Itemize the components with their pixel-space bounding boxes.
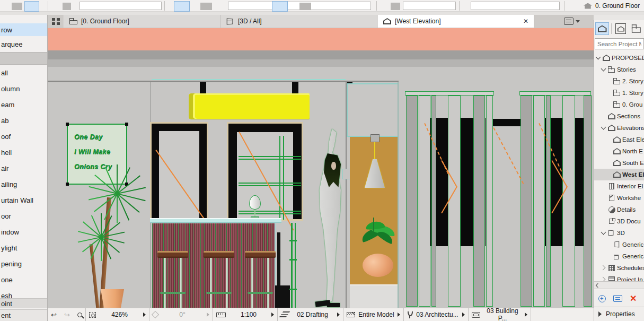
settings-icon[interactable] — [613, 295, 622, 302]
tab-3d-all[interactable]: [3D / All] — [220, 15, 377, 28]
cursor-tool-icon[interactable] — [12, 3, 22, 10]
zoom-in-icon[interactable] — [77, 313, 82, 317]
toolbar-icon[interactable] — [63, 3, 71, 10]
toolbox-item[interactable]: air — [0, 160, 47, 176]
scale-control[interactable]: 1:100 — [213, 308, 278, 321]
navigator-tree-item[interactable]: 3D Docu — [594, 215, 644, 227]
toolbar-combo[interactable] — [80, 2, 162, 10]
scroll-left-icon[interactable] — [596, 283, 600, 287]
zoom-back-icon[interactable]: ↩ — [51, 311, 57, 318]
toolbar-combo[interactable] — [403, 2, 456, 10]
tab-ground-floor[interactable]: [0. Ground Floor] — [64, 15, 220, 28]
navigator-chooser-button[interactable] — [560, 15, 584, 28]
navigator-tree-item[interactable]: 1. Story — [594, 87, 644, 99]
toolbox-item[interactable]: one — [0, 272, 47, 288]
slat — [431, 96, 436, 307]
flyout-arrow-icon[interactable] — [143, 313, 146, 317]
toolbox-item[interactable]: oor — [0, 208, 47, 224]
expand-arrow-icon[interactable] — [601, 207, 606, 212]
toolbox-item[interactable]: urtain Wall — [0, 192, 47, 208]
expand-arrow-icon[interactable] — [601, 219, 606, 224]
toolbox-item[interactable]: all — [0, 65, 47, 81]
navigator-tree-item[interactable]: 3D — [594, 227, 644, 239]
add-viewpoint-icon[interactable] — [598, 295, 606, 302]
model-view-options-control[interactable]: 03 Building P... — [469, 308, 531, 321]
toolbar-icon[interactable] — [200, 3, 212, 10]
properties-section[interactable]: Properties — [594, 307, 644, 321]
toolbox-item[interactable]: arquee — [0, 36, 47, 52]
selected-tool-button[interactable] — [272, 1, 288, 12]
navigator-tree-item[interactable]: Schedules — [594, 262, 644, 274]
toolbox-item[interactable]: pening — [0, 256, 47, 272]
navigator-tree-item[interactable]: East Ele — [594, 134, 644, 145]
expand-arrow-icon[interactable] — [601, 114, 606, 119]
toolbox-item[interactable]: indow — [0, 224, 47, 240]
navigator-tree-item[interactable]: West El — [594, 169, 644, 180]
toolbar-icon[interactable] — [299, 3, 311, 10]
navigator-tree-item[interactable]: South E — [594, 157, 644, 169]
navigator-tree-item[interactable]: Generic — [594, 250, 644, 262]
navigator-tree-item[interactable]: Details — [594, 204, 644, 215]
horizontal-scrollbar[interactable] — [594, 281, 644, 289]
toolbar-combo[interactable] — [471, 2, 560, 10]
selection-handle[interactable] — [125, 123, 128, 126]
navigator-tree-item[interactable]: 0. Grou — [594, 99, 644, 110]
navigator-tree-item[interactable]: Sections — [594, 110, 644, 122]
toolbox-item-label: ailing — [1, 180, 17, 188]
selected-tool-button[interactable] — [174, 1, 190, 12]
expand-arrow-icon[interactable] — [601, 230, 606, 236]
toolbar-icon[interactable] — [391, 3, 400, 10]
expand-arrow-icon[interactable] — [601, 265, 606, 271]
navigator-tree-item[interactable]: Generic — [594, 239, 644, 250]
zoom-forward-icon[interactable]: ↪ — [64, 311, 70, 318]
selection-handle[interactable] — [66, 123, 69, 126]
selection-handle[interactable] — [66, 183, 69, 186]
project-map-button[interactable] — [595, 22, 609, 35]
navigator-tree-item[interactable]: Interior El — [594, 180, 644, 192]
toolbox-item[interactable]: ent — [0, 309, 47, 321]
toolbox-item[interactable]: olumn — [0, 81, 47, 97]
expand-arrow-icon[interactable] — [596, 55, 601, 60]
zoom-level-control[interactable]: 426% — [86, 308, 149, 321]
flyout-arrow-icon[interactable] — [462, 313, 465, 317]
navigator-tree-item[interactable]: 2. Story — [594, 75, 644, 87]
pen-set-control[interactable]: 03 Architectu... — [404, 308, 469, 321]
partial-structure-control[interactable]: Entire Model — [343, 308, 404, 321]
flyout-arrow-icon[interactable] — [525, 313, 527, 317]
navigator-tree-item[interactable]: North E — [594, 145, 644, 157]
expand-arrow-icon[interactable] — [601, 195, 606, 201]
close-tab-icon[interactable]: ✕ — [523, 18, 528, 24]
toolbox-item[interactable]: row — [0, 23, 47, 36]
orientation-control[interactable]: 0° — [149, 308, 213, 321]
selected-tool-button[interactable] — [24, 1, 39, 12]
toolbox-item-label: pening — [1, 260, 22, 268]
flyout-arrow-icon[interactable] — [398, 313, 400, 317]
expand-arrow-icon[interactable] — [601, 125, 606, 131]
toolbox-item[interactable]: ailing — [0, 176, 47, 192]
expand-arrow-icon[interactable] — [601, 67, 606, 72]
navigator-tree-item[interactable]: Elevations — [594, 122, 644, 134]
tab-west-elevation[interactable]: [West Elevation] ✕ — [377, 15, 534, 28]
story-selector[interactable]: 0. Ground Floor — [584, 1, 640, 11]
toolbox-item[interactable]: hell — [0, 144, 47, 160]
view-map-button[interactable] — [614, 22, 628, 35]
layer-combination-control[interactable]: 02 Drafting — [278, 308, 343, 321]
toolbox-item[interactable]: ab — [0, 112, 47, 128]
expand-arrow-icon[interactable] — [601, 184, 606, 189]
toolbox-item[interactable]: oof — [0, 128, 47, 144]
toolbox-item[interactable]: ylight — [0, 240, 47, 256]
navigator-tree-item[interactable]: Stories — [594, 64, 644, 75]
toolbox-item[interactable]: oint — [0, 298, 47, 308]
fit-in-window-icon[interactable] — [89, 312, 96, 318]
toolbox-item[interactable] — [0, 52, 47, 65]
flyout-arrow-icon[interactable] — [271, 313, 274, 317]
flyout-arrow-icon[interactable] — [337, 313, 340, 317]
layout-book-button[interactable] — [630, 22, 643, 35]
search-input[interactable] — [595, 38, 644, 49]
drawing-canvas[interactable]: One Day I Will Make Onions Cry — [48, 28, 594, 308]
delete-icon[interactable]: ✕ — [630, 294, 637, 303]
toolbox-item[interactable]: eam — [0, 97, 47, 112]
tab-overview-button[interactable] — [48, 15, 64, 28]
navigator-tree-item[interactable]: Workshe — [594, 192, 644, 204]
navigator-tree-item[interactable]: PROPOSED — [594, 52, 644, 64]
